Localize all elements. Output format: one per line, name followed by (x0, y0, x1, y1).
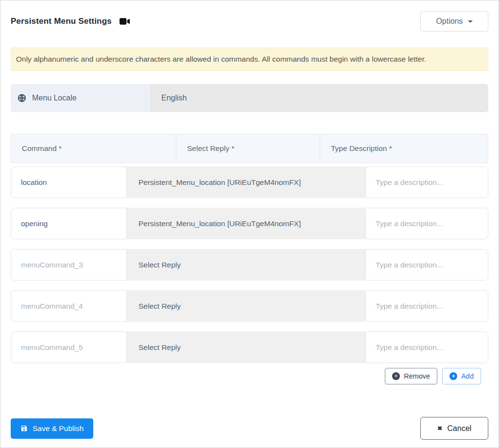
reply-select-label: Select Reply (138, 261, 181, 269)
description-input[interactable] (365, 208, 488, 239)
cancel-button[interactable]: ✖ Cancel (420, 417, 488, 440)
command-input[interactable] (11, 208, 127, 239)
command-input[interactable] (11, 290, 127, 322)
cancel-button-label: Cancel (447, 424, 472, 433)
top-bar: Persistent Menu Settings Options (11, 11, 488, 32)
add-button-label: Add (461, 372, 474, 380)
title-wrap: Persistent Menu Settings (11, 17, 131, 26)
header-command: Command * (11, 134, 176, 163)
menu-locale-group: Menu Locale English (11, 84, 488, 112)
menu-locale-label-text: Menu Locale (32, 94, 77, 102)
command-row-3: Select Reply (11, 249, 488, 281)
caret-down-icon (468, 20, 473, 23)
description-input[interactable] (365, 290, 488, 322)
reply-select[interactable]: Persistent_Menu_location [URiEuTgeM4nomF… (127, 166, 365, 198)
menu-locale-value: English (151, 84, 488, 112)
description-input[interactable] (365, 249, 488, 281)
circle-plus-icon: + (449, 372, 457, 380)
header-type-description: Type Description * (320, 134, 488, 163)
command-input[interactable] (11, 249, 127, 281)
reply-select-label: Persistent_Menu_location [URiEuTgeM4nomF… (138, 219, 301, 228)
footer-actions: Save & Publish ✖ Cancel (11, 417, 488, 440)
reply-select-label: Persistent_Menu_location [URiEuTgeM4nomF… (138, 178, 301, 187)
reply-select-label: Select Reply (138, 343, 181, 352)
command-input[interactable] (11, 332, 127, 363)
persistent-menu-settings-panel: { "header": { "title": "Persistent Menu … (0, 0, 499, 448)
command-row-4: Select Reply (11, 290, 488, 322)
command-input[interactable] (11, 166, 127, 198)
save-publish-button[interactable]: Save & Publish (11, 418, 93, 439)
banner-text: Only alphanumeric and underscore charact… (16, 55, 426, 64)
command-row-2: Persistent_Menu_location [URiEuTgeM4nomF… (11, 208, 488, 239)
circle-x-icon: ✕ (392, 372, 400, 380)
reply-select-label: Select Reply (138, 302, 181, 311)
command-row-1: Persistent_Menu_location [URiEuTgeM4nomF… (11, 166, 488, 198)
description-input[interactable] (365, 166, 488, 198)
menu-locale-label: Menu Locale (11, 84, 151, 112)
commands-table-header: Command * Select Reply * Type Descriptio… (11, 134, 488, 163)
add-row-button[interactable]: + Add (442, 368, 481, 384)
reply-select[interactable]: Persistent_Menu_location [URiEuTgeM4nomF… (127, 208, 365, 239)
header-select-reply: Select Reply * (176, 134, 320, 163)
video-camera-icon (120, 17, 131, 25)
remove-button-label: Remove (404, 372, 430, 380)
command-rules-banner: Only alphanumeric and underscore charact… (11, 48, 488, 71)
remove-row-button[interactable]: ✕ Remove (385, 368, 437, 384)
save-publish-label: Save & Publish (33, 424, 84, 433)
row-actions: ✕ Remove + Add (11, 368, 488, 384)
reply-select[interactable]: Select Reply (127, 249, 365, 281)
floppy-disk-icon (20, 425, 28, 432)
globe-icon (17, 94, 26, 102)
reply-select[interactable]: Select Reply (127, 290, 365, 322)
description-input[interactable] (365, 332, 488, 363)
options-button-label: Options (436, 17, 463, 26)
command-row-5: Select Reply (11, 332, 488, 363)
page-title: Persistent Menu Settings (11, 17, 112, 26)
reply-select[interactable]: Select Reply (127, 332, 365, 363)
menu-locale-value-text: English (161, 94, 187, 102)
options-button[interactable]: Options (420, 11, 488, 32)
x-icon: ✖ (437, 425, 443, 432)
